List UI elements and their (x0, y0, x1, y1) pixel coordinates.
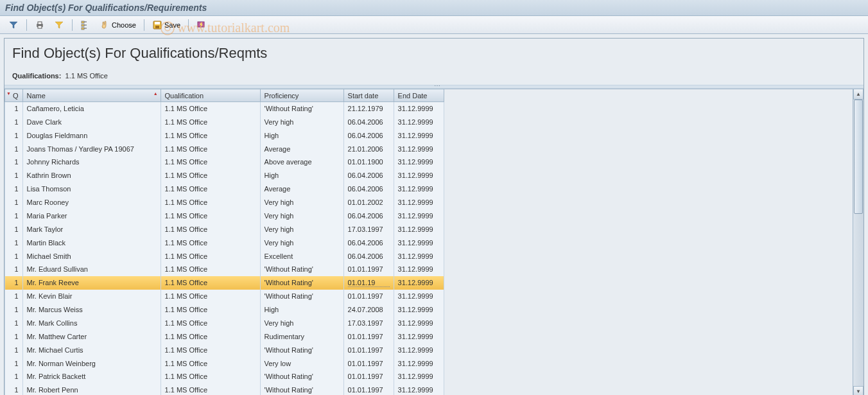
cell-qualification: 1.1 MS Office (161, 236, 260, 249)
cell-proficiency: Very high (260, 222, 343, 236)
cell-qualification: 1.1 MS Office (161, 169, 260, 182)
cell-qualification: 1.1 MS Office (161, 329, 260, 343)
print-button[interactable] (31, 19, 48, 31)
table-row[interactable]: 1Martin Black1.1 MS OfficeVery high06.04… (5, 236, 444, 249)
cell-q: 1 (5, 128, 23, 142)
choose-button[interactable]: Choose (96, 19, 139, 31)
window-title-bar: Find Object(s) For Qualifications/Requir… (0, 0, 868, 16)
cell-start: 01.01.1997 (343, 383, 394, 395)
cell-proficiency: Excellent (260, 249, 343, 263)
table-empty-area (444, 89, 853, 395)
cell-qualification: 1.1 MS Office (161, 115, 260, 128)
filter-button[interactable] (5, 19, 22, 31)
toolbar-separator (26, 19, 27, 31)
printer-icon (35, 20, 45, 30)
cell-name: Marc Rooney (22, 196, 161, 209)
cell-q: 1 (5, 356, 23, 370)
col-header-name[interactable]: Name (22, 89, 161, 102)
cell-start: 01.01.1997 (343, 370, 394, 383)
table-row[interactable]: 1Mr. Marcus Weiss1.1 MS OfficeHigh24.07.… (5, 303, 444, 317)
scroll-up-button[interactable]: ▲ (853, 89, 864, 100)
cell-proficiency: Average (260, 142, 343, 155)
vertical-scrollbar[interactable]: ▲ ▼ (853, 89, 864, 395)
svg-rect-7 (155, 22, 160, 24)
col-header-qualification[interactable]: Qualification (161, 89, 260, 102)
col-header-start[interactable]: Start date (343, 89, 394, 102)
col-header-proficiency[interactable]: Proficiency (260, 89, 343, 102)
cell-proficiency: 'Without Rating' (260, 383, 343, 395)
table-row[interactable]: 1Lisa Thomson1.1 MS OfficeAverage06.04.2… (5, 182, 444, 196)
col-header-end[interactable]: End Date (394, 89, 444, 102)
cell-start: 01.01.1997 (343, 329, 394, 343)
table-row[interactable]: 1Mr. Michael Curtis1.1 MS Office'Without… (5, 343, 444, 356)
cell-name: Douglas Fieldmann (22, 128, 161, 142)
cell-proficiency: 'Without Rating' (260, 290, 343, 303)
cell-q: 1 (5, 249, 23, 263)
cell-start: 01.01.1997 (343, 263, 394, 276)
lightning-icon (196, 20, 207, 30)
cell-end: 31.12.9999 (394, 236, 444, 249)
table-row[interactable]: 1Mr. Robert Penn1.1 MS Office'Without Ra… (5, 383, 444, 395)
table-row[interactable]: 1Johnny Richards1.1 MS OfficeAbove avera… (5, 155, 444, 169)
cell-end: 31.12.9999 (394, 317, 444, 330)
window-title: Find Object(s) For Qualifications/Requir… (5, 3, 207, 13)
cell-end: 31.12.9999 (394, 169, 444, 182)
cell-qualification: 1.1 MS Office (161, 249, 260, 263)
analyze-button[interactable] (193, 19, 210, 31)
cell-proficiency: Above average (260, 155, 343, 169)
table-row[interactable]: 1Michael Smith1.1 MS OfficeExcellent06.0… (5, 249, 444, 263)
cell-name: Mr. Mark Collins (22, 317, 161, 330)
hand-icon (100, 20, 110, 30)
table-row[interactable]: 1Mr. Kevin Blair1.1 MS Office'Without Ra… (5, 290, 444, 303)
cell-q: 1 (5, 263, 23, 276)
table-row[interactable]: 1Douglas Fieldmann1.1 MS OfficeHigh06.04… (5, 128, 444, 142)
cell-start: 01.01.1997 (343, 290, 394, 303)
cell-end: 31.12.9999 (394, 128, 444, 142)
cell-start: 06.04.2006 (343, 209, 394, 223)
cell-q: 1 (5, 303, 23, 317)
table-row[interactable]: 1Mr. Matthew Carter1.1 MS OfficeRudiment… (5, 329, 444, 343)
report-title: Find Object(s) For Qualifications/Reqmts (12, 45, 856, 62)
cell-end: 31.12.9999 (394, 263, 444, 276)
cell-end: 31.12.9999 (394, 356, 444, 370)
cell-name: Kathrin Brown (22, 169, 161, 182)
table-row[interactable]: 1Mr. Frank Reeve1.1 MS Office'Without Ra… (5, 276, 444, 290)
table-row[interactable]: 1Mr. Patrick Backett1.1 MS Office'Withou… (5, 370, 444, 383)
cell-q: 1 (5, 209, 23, 223)
cell-name: Maria Parker (22, 209, 161, 223)
cell-end: 31.12.9999 (394, 383, 444, 395)
cell-qualification: 1.1 MS Office (161, 182, 260, 196)
table-row[interactable]: 1Joans Thomas / Yardley PA 190671.1 MS O… (5, 142, 444, 155)
table-row[interactable]: 1Mark Taylor1.1 MS OfficeVery high17.03.… (5, 222, 444, 236)
cell-proficiency: High (260, 169, 343, 182)
svg-rect-1 (38, 22, 42, 24)
scroll-track[interactable] (853, 100, 864, 386)
table-row[interactable]: 1Maria Parker1.1 MS OfficeVery high06.04… (5, 209, 444, 223)
cell-name: Mr. Matthew Carter (22, 329, 161, 343)
cell-start: 06.04.2006 (343, 249, 394, 263)
table-row[interactable]: 1Mr. Norman Weinberg1.1 MS OfficeVery lo… (5, 356, 444, 370)
cell-name: Mr. Robert Penn (22, 383, 161, 395)
table-row[interactable]: 1Cañamero, Leticia1.1 MS Office'Without … (5, 102, 444, 116)
scroll-thumb[interactable] (854, 100, 863, 214)
choose-label: Choose (112, 21, 136, 29)
scroll-down-button[interactable]: ▼ (853, 386, 864, 395)
save-button[interactable]: Save (149, 19, 184, 31)
col-header-q[interactable]: Q (5, 89, 23, 102)
cell-proficiency: High (260, 128, 343, 142)
cell-end: 31.12.9999 (394, 182, 444, 196)
table-row[interactable]: 1Mr. Eduard Sullivan1.1 MS Office'Withou… (5, 263, 444, 276)
cell-qualification: 1.1 MS Office (161, 317, 260, 330)
cell-name: Martin Black (22, 236, 161, 249)
table-row[interactable]: 1Mr. Mark Collins1.1 MS OfficeVery high1… (5, 317, 444, 330)
table-row[interactable]: 1Kathrin Brown1.1 MS OfficeHigh06.04.200… (5, 169, 444, 182)
cell-start: 01.01.1900 (343, 155, 394, 169)
cell-start: 24.07.2008 (343, 303, 394, 317)
sub-value: 1.1 MS Office (65, 72, 108, 80)
tree-button[interactable] (77, 19, 94, 31)
table-row[interactable]: 1Marc Rooney1.1 MS OfficeVery high01.01.… (5, 196, 444, 209)
export-button[interactable] (51, 19, 67, 31)
table-row[interactable]: 1Dave Clark1.1 MS OfficeVery high06.04.2… (5, 115, 444, 128)
cell-proficiency: High (260, 303, 343, 317)
splitter-grip[interactable] (4, 85, 864, 89)
